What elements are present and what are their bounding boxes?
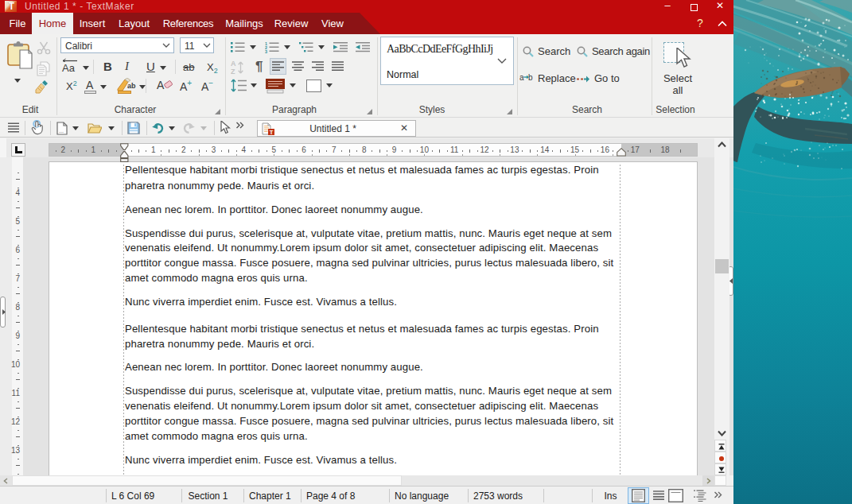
svg-text:ab: ab: [127, 82, 136, 90]
svg-text:b: b: [528, 73, 533, 82]
svg-text:A: A: [231, 60, 236, 68]
svg-text:Z: Z: [231, 68, 235, 76]
svg-text:3: 3: [265, 49, 267, 53]
svg-text:...: ...: [59, 128, 64, 134]
svg-text:a: a: [519, 73, 524, 82]
